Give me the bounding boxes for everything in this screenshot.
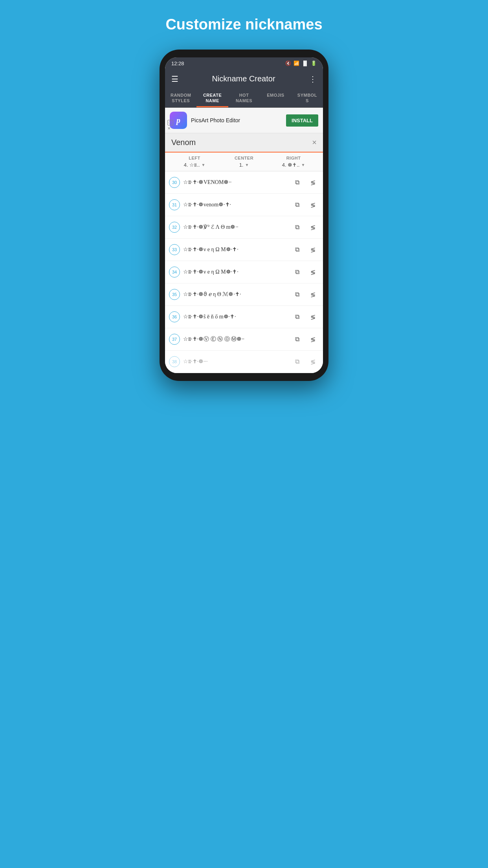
phone-screen: 12:28 🔇 📶 ▐▌ 🔋 ☰ Nickname Creator ⋮ RAND… xyxy=(165,57,323,373)
copy-icon[interactable]: ⧉ xyxy=(291,288,303,301)
copy-icon[interactable]: ⧉ xyxy=(291,199,303,211)
table-row: 35 ☆ʬ·✝·☸ϑ ℯ η Θ ℳ☸·✝· ⧉ ≶ xyxy=(165,283,323,306)
search-input[interactable] xyxy=(171,138,312,147)
app-bar: ☰ Nickname Creator ⋮ xyxy=(165,70,323,88)
page-title: Customize nicknames xyxy=(165,16,322,34)
align-left-value: 4. ☆ʬ.. xyxy=(184,162,200,168)
nickname-text: ☆ʬ·✝·☸VENOM☸·· xyxy=(183,178,288,186)
ad-app-name: PicsArt Photo Editor xyxy=(191,117,282,123)
tab-hot-names[interactable]: HOTNAMES xyxy=(228,88,260,108)
row-number: 31 xyxy=(169,199,180,210)
more-icon[interactable]: ⋮ xyxy=(309,74,317,84)
status-bar: 12:28 🔇 📶 ▐▌ 🔋 xyxy=(165,57,323,70)
align-right-section: RIGHT 4. ☸✝.. ▼ xyxy=(270,156,317,168)
align-center-value: 1. xyxy=(239,162,244,168)
table-row: 30 ☆ʬ·✝·☸VENOM☸·· ⧉ ≶ xyxy=(165,171,323,194)
align-left-arrow: ▼ xyxy=(201,163,205,167)
share-icon[interactable]: ≶ xyxy=(306,176,319,189)
nickname-text: ☆ʬ·✝·☸ν e η Ω Μ☸·✝· xyxy=(183,246,288,254)
share-icon[interactable]: ≶ xyxy=(306,243,319,256)
nickname-text: ☆ʬ·✝·☸··· xyxy=(183,358,288,366)
time: 12:28 xyxy=(171,61,184,66)
align-center-arrow: ▼ xyxy=(245,163,249,167)
ad-banner: p PicsArt Photo Editor INSTALL ⓘ ✕ xyxy=(165,108,323,133)
align-center-label: CENTER xyxy=(235,156,253,160)
alignment-row: LEFT 4. ☆ʬ.. ▼ CENTER 1. ▼ RIGHT 4. ☸✝..… xyxy=(165,153,323,171)
align-right-dropdown[interactable]: 4. ☸✝.. ▼ xyxy=(282,162,305,168)
tab-create-name[interactable]: CREATENAME xyxy=(196,88,228,108)
nickname-text: ☆ʬ·✝·☸ν e η Ω Μ☸·✝· xyxy=(183,268,288,276)
copy-icon[interactable]: ⧉ xyxy=(291,333,303,346)
status-icons: 🔇 📶 ▐▌ 🔋 xyxy=(285,61,317,66)
install-button[interactable]: INSTALL xyxy=(286,114,318,127)
nickname-text: ☆ʬ·✝·☸ϑ ℯ η Θ ℳ☸·✝· xyxy=(183,291,288,298)
align-center-section: CENTER 1. ▼ xyxy=(221,156,267,168)
row-number: 32 xyxy=(169,222,180,233)
copy-icon[interactable]: ⧉ xyxy=(291,355,303,368)
share-icon[interactable]: ≶ xyxy=(306,199,319,211)
search-bar: × xyxy=(165,133,323,153)
table-row: 36 ☆ʬ·✝·☸ŝ ē ň ő m☸·✝· ⧉ ≶ xyxy=(165,306,323,328)
nickname-text: ☆ʬ·✝·☸venom☸·✝· xyxy=(183,201,288,209)
row-number: 36 xyxy=(169,311,180,322)
tabs-bar: RANDOMSTYLES CREATENAME HOTNAMES EMOJIS … xyxy=(165,88,323,108)
nickname-text: ☆ʬ·✝·☸℣° ℰ Λ Θ m☸·· xyxy=(183,223,288,231)
copy-icon[interactable]: ⧉ xyxy=(291,221,303,234)
row-number: 30 xyxy=(169,177,180,188)
app-bar-title: Nickname Creator xyxy=(212,74,275,83)
copy-icon[interactable]: ⧉ xyxy=(291,311,303,323)
table-row: 33 ☆ʬ·✝·☸ν e η Ω Μ☸·✝· ⧉ ≶ xyxy=(165,239,323,261)
align-left-dropdown[interactable]: 4. ☆ʬ.. ▼ xyxy=(184,162,205,168)
ad-info-icon: ⓘ xyxy=(167,120,173,126)
signal-icon: ▐▌ xyxy=(302,61,308,66)
copy-icon[interactable]: ⧉ xyxy=(291,266,303,278)
search-clear-icon[interactable]: × xyxy=(312,138,317,147)
row-number: 38 xyxy=(169,356,180,367)
share-icon[interactable]: ≶ xyxy=(306,333,319,346)
menu-icon[interactable]: ☰ xyxy=(171,74,178,84)
phone-frame: 12:28 🔇 📶 ▐▌ 🔋 ☰ Nickname Creator ⋮ RAND… xyxy=(160,50,328,381)
row-number: 34 xyxy=(169,267,180,278)
table-row: 38 ☆ʬ·✝·☸··· ⧉ ≶ xyxy=(165,351,323,373)
ad-info-area: ⓘ ✕ xyxy=(167,120,173,131)
share-icon[interactable]: ≶ xyxy=(306,288,319,301)
battery-icon: 🔋 xyxy=(311,61,317,66)
mute-icon: 🔇 xyxy=(285,61,291,66)
tab-symbols[interactable]: SYMBOLS xyxy=(292,88,323,108)
nickname-text: ☆ʬ·✝·☸Ⓥ Ⓔ Ⓝ Ⓞ Ⓜ☸·· xyxy=(183,335,288,343)
align-right-label: RIGHT xyxy=(286,156,301,160)
tab-emojis[interactable]: EMOJIS xyxy=(260,88,291,108)
share-icon[interactable]: ≶ xyxy=(306,311,319,323)
wifi-icon: 📶 xyxy=(294,61,299,66)
table-row: 31 ☆ʬ·✝·☸venom☸·✝· ⧉ ≶ xyxy=(165,194,323,216)
align-center-dropdown[interactable]: 1. ▼ xyxy=(239,162,249,168)
align-right-arrow: ▼ xyxy=(301,163,305,167)
align-right-value: 4. ☸✝.. xyxy=(282,162,300,168)
tab-random-styles[interactable]: RANDOMSTYLES xyxy=(165,88,196,108)
row-number: 35 xyxy=(169,289,180,300)
nickname-list: 30 ☆ʬ·✝·☸VENOM☸·· ⧉ ≶ 31 ☆ʬ·✝·☸venom☸·✝·… xyxy=(165,171,323,373)
ad-close-icon[interactable]: ✕ xyxy=(167,126,171,131)
row-number: 33 xyxy=(169,244,180,255)
align-left-section: LEFT 4. ☆ʬ.. ▼ xyxy=(171,156,218,168)
table-row: 37 ☆ʬ·✝·☸Ⓥ Ⓔ Ⓝ Ⓞ Ⓜ☸·· ⧉ ≶ xyxy=(165,328,323,351)
share-icon[interactable]: ≶ xyxy=(306,221,319,234)
row-number: 37 xyxy=(169,334,180,345)
share-icon[interactable]: ≶ xyxy=(306,355,319,368)
copy-icon[interactable]: ⧉ xyxy=(291,176,303,189)
align-left-label: LEFT xyxy=(189,156,200,160)
table-row: 34 ☆ʬ·✝·☸ν e η Ω Μ☸·✝· ⧉ ≶ xyxy=(165,261,323,283)
share-icon[interactable]: ≶ xyxy=(306,266,319,278)
nickname-text: ☆ʬ·✝·☸ŝ ē ň ő m☸·✝· xyxy=(183,313,288,321)
table-row: 32 ☆ʬ·✝·☸℣° ℰ Λ Θ m☸·· ⧉ ≶ xyxy=(165,216,323,239)
copy-icon[interactable]: ⧉ xyxy=(291,243,303,256)
